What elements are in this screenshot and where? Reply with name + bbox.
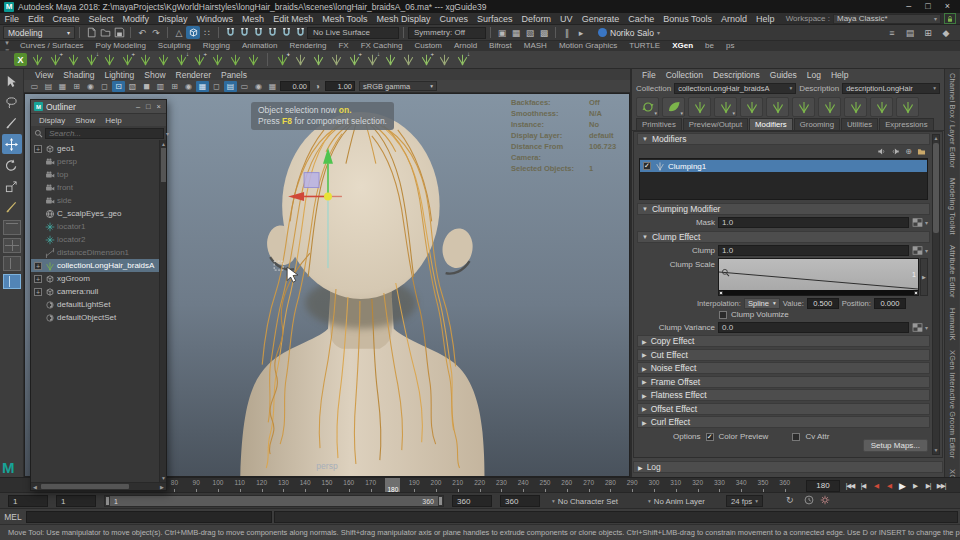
xgen-add-guide-icon[interactable] xyxy=(740,97,763,117)
viewport-display-icon[interactable]: ⊞ xyxy=(168,81,181,92)
menu-item-create[interactable]: Create xyxy=(48,13,84,25)
panel-tab-humanik[interactable]: HumanIK xyxy=(948,308,957,341)
range-end-handle[interactable] xyxy=(438,496,443,506)
clumping-modifier-header[interactable]: ▼Clumping Modifier xyxy=(637,203,930,215)
menu-set-selector[interactable]: Modeling▾ xyxy=(3,26,75,39)
fps-selector[interactable]: 24 fps▾ xyxy=(726,495,763,507)
outliner-search-input[interactable] xyxy=(45,128,164,139)
render-settings-icon[interactable]: ▩ xyxy=(537,26,551,39)
layout-two-pane-button[interactable] xyxy=(3,256,21,271)
menu-item-uv[interactable]: UV xyxy=(556,13,578,25)
ramp-key-handle[interactable] xyxy=(719,291,723,295)
step-back-frame-button[interactable]: ◀ xyxy=(870,479,882,492)
xgen-guide-density-icon[interactable] xyxy=(818,97,841,117)
viewport-display-icon[interactable]: ◻ xyxy=(98,81,111,92)
menu-item-edit[interactable]: Edit xyxy=(24,13,49,25)
menu-item-modify[interactable]: Modify xyxy=(118,13,154,25)
outliner-item-persp[interactable]: persp xyxy=(31,155,166,168)
viewport-display-icon[interactable]: ⊡ xyxy=(112,81,125,92)
outliner-minimize-button[interactable]: – xyxy=(136,102,140,111)
snap-view-plane-icon[interactable] xyxy=(279,26,293,39)
grid-display-icon[interactable]: ▤ xyxy=(903,26,917,39)
section-header-frame-offset[interactable]: ▶Frame Offset xyxy=(637,376,930,388)
modifier-add-icon[interactable]: ⊕ xyxy=(905,147,912,156)
xgen-shelf-tool-icon[interactable]: + xyxy=(418,52,434,67)
outliner-item-camera-null[interactable]: +camera:null xyxy=(31,285,166,298)
xgen-tab-primitives[interactable]: Primitives xyxy=(636,118,682,130)
xgen-tab-preview-output[interactable]: Preview/Output xyxy=(683,118,748,130)
workspace-selector[interactable]: Maya Classic*▾ xyxy=(833,14,941,24)
step-back-key-button[interactable]: |◀ xyxy=(857,479,869,492)
play-forward-button[interactable]: ▶ xyxy=(896,479,908,492)
viewport-menu-view[interactable]: View xyxy=(30,70,58,80)
xgen-shelf-tool-icon[interactable]: +↓ xyxy=(274,52,290,67)
center-handle[interactable] xyxy=(324,192,332,200)
clump-volumize-checkbox[interactable] xyxy=(719,311,727,319)
save-scene-icon[interactable] xyxy=(112,26,126,39)
viewport-display-icon[interactable]: ◻ xyxy=(210,81,223,92)
xgen-guide-width-icon[interactable] xyxy=(844,97,867,117)
modifiers-section-header[interactable]: ▼Modifiers xyxy=(637,133,930,145)
value-field[interactable]: 0.500 xyxy=(807,298,839,309)
section-header-curl-effect[interactable]: ▶Curl Effect xyxy=(637,416,930,428)
viewport-display-icon[interactable]: ▭ xyxy=(238,81,251,92)
xgen-tab-modifiers[interactable]: Modifiers xyxy=(749,118,793,130)
map-icon[interactable] xyxy=(912,323,923,332)
viewport-display-icon[interactable]: ▤ xyxy=(224,81,237,92)
xgen-auto-update-icon[interactable]: ▾ xyxy=(662,97,685,117)
outliner-menu-show[interactable]: Show xyxy=(71,116,99,125)
user-account-chip[interactable]: Noriko Salo ▾ xyxy=(598,28,660,38)
section-header-noise-effect[interactable]: ▶Noise Effect xyxy=(637,362,930,374)
live-surface-field[interactable]: No Live Surface xyxy=(307,27,399,39)
panel-tab-xgen[interactable]: XGen xyxy=(948,469,957,477)
xgen-tab-expressions[interactable]: Expressions xyxy=(879,118,933,130)
viewport-display-icon[interactable]: ▧ xyxy=(126,81,139,92)
snap-point-icon[interactable] xyxy=(251,26,265,39)
new-scene-icon[interactable] xyxy=(84,26,98,39)
xgen-import-collection-icon[interactable]: ▾ xyxy=(714,97,737,117)
menu-item-mesh-display[interactable]: Mesh Display xyxy=(372,13,435,25)
sort-icon[interactable]: ≡ xyxy=(885,26,899,39)
xgen-shelf-tool-icon[interactable] xyxy=(292,52,308,67)
xgen-shelf-tool-icon[interactable]: ↓ xyxy=(173,52,189,67)
viewport-menu-renderer[interactable]: Renderer xyxy=(171,70,216,80)
shelf-tab-rigging[interactable]: Rigging xyxy=(197,41,236,51)
xgen-update-preview-icon[interactable]: ▾ xyxy=(636,97,659,117)
pause-icon[interactable]: ∥ xyxy=(560,26,574,39)
cv-attr-checkbox[interactable] xyxy=(792,433,800,441)
viewport-display-icon[interactable]: ▦ xyxy=(266,81,279,92)
xgen-shelf-tool-icon[interactable]: + xyxy=(47,52,63,67)
xgen-shelf-tool-icon[interactable] xyxy=(436,52,452,67)
outliner-menu-display[interactable]: Display xyxy=(35,116,69,125)
xgen-lock-guides-icon[interactable] xyxy=(792,97,815,117)
outliner-item-front[interactable]: front xyxy=(31,181,166,194)
outliner-item-c-scalpeyes-geo[interactable]: C_scalpEyes_geo xyxy=(31,207,166,220)
viewport-menu-shading[interactable]: Shading xyxy=(58,70,99,80)
xgen-menu-log[interactable]: Log xyxy=(802,70,826,80)
section-header-cut-effect[interactable]: ▶Cut Effect xyxy=(637,349,930,361)
chevron-down-icon[interactable]: ▾ xyxy=(925,219,928,226)
minimize-button[interactable]: – xyxy=(906,0,911,13)
setup-maps-button[interactable]: Setup Maps... xyxy=(863,439,928,452)
select-tool-icon[interactable] xyxy=(2,71,22,91)
viewport-display-icon[interactable]: ◼ xyxy=(140,81,153,92)
outliner-title-bar[interactable]: M Outliner – □ × xyxy=(31,100,166,114)
menu-item-mesh[interactable]: Mesh xyxy=(238,13,269,25)
xgen-show-guides-icon[interactable] xyxy=(766,97,789,117)
xgen-shelf-tool-icon[interactable]: + xyxy=(346,52,362,67)
ramp-key-handle[interactable] xyxy=(914,291,918,295)
outliner-horizontal-scrollbar[interactable]: ◀▶ xyxy=(31,482,166,490)
gamma-field[interactable]: 1.00 xyxy=(325,81,355,91)
menu-item-help[interactable]: Help xyxy=(752,13,780,25)
lasso-tool-icon[interactable] xyxy=(2,92,22,112)
outliner-menu-help[interactable]: Help xyxy=(101,116,125,125)
xgen-shelf-badge-icon[interactable]: X xyxy=(14,53,27,66)
select-component-icon[interactable]: ∷ xyxy=(200,26,214,39)
expand-toggle-icon[interactable]: + xyxy=(34,145,42,153)
rotate-tool-icon[interactable] xyxy=(2,155,22,175)
xgen-tab-grooming[interactable]: Grooming xyxy=(794,118,840,130)
modifier-item-clumping1[interactable]: ✓Clumping1 xyxy=(640,160,927,172)
command-input[interactable] xyxy=(26,511,272,523)
layout-single-pane-button[interactable] xyxy=(3,220,21,235)
mask-field[interactable]: 1.0 xyxy=(718,217,909,228)
